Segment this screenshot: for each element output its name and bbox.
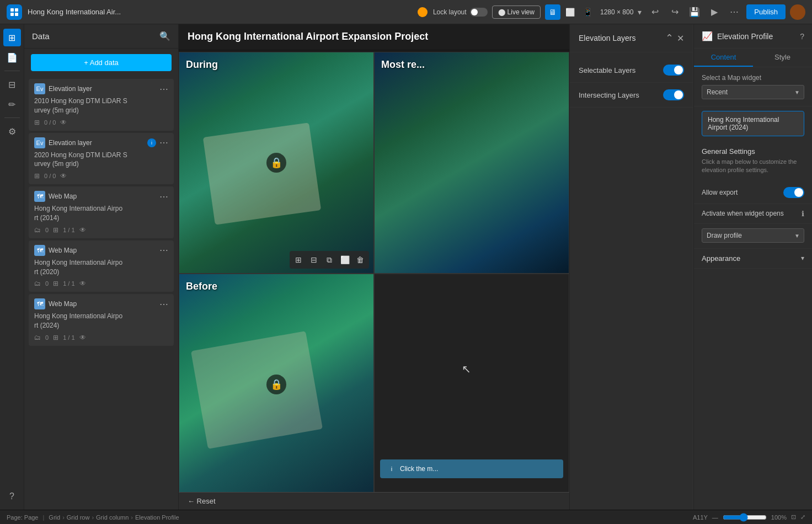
breadcrumb-grid-row[interactable]: Grid row — [67, 514, 90, 521]
map-icon: 🗺 — [34, 191, 45, 202]
allow-export-toggle[interactable] — [783, 187, 804, 198]
live-view-button[interactable]: ⬤ Live view — [492, 6, 541, 19]
lock-layout-toggle[interactable] — [470, 8, 488, 17]
item-name: Hong Kong International Airport (2024) — [34, 312, 168, 330]
close-panel-button[interactable]: ✕ — [677, 33, 684, 44]
activate-dropdown-row: Draw profile — [694, 224, 812, 249]
more-options-button[interactable]: ⋯ — [726, 4, 742, 20]
item-meta: 🗂 0 ⊞ 1 / 1 👁 — [34, 334, 168, 341]
save-button[interactable]: 💾 — [687, 4, 702, 20]
cursor-icon: ↖ — [462, 362, 471, 376]
map-lock-icon: 🔒 — [266, 153, 286, 173]
sidebar-item: Ev Elevation layer i ⋯ 2020 Hong Kong DT… — [29, 133, 174, 185]
breadcrumb-arrow: › — [92, 514, 94, 521]
tab-style[interactable]: Style — [753, 49, 812, 67]
item-count: 1 / 1 — [63, 227, 74, 233]
item-count: 1 / 1 — [63, 334, 74, 341]
publish-button[interactable]: Publish — [746, 4, 786, 19]
bottombar-right: A11Y — 100% ⊡ ⤢ — [693, 513, 805, 522]
item-more-button[interactable]: ⋯ — [159, 137, 168, 148]
map-cell-mostrecent[interactable]: Most re... — [374, 52, 569, 274]
layers-icon: 🗂 — [34, 226, 41, 234]
elevation-icon: Ev — [34, 137, 45, 148]
sidebar-item: 🗺 Web Map ⋯ Hong Kong International Airp… — [29, 240, 174, 292]
appearance-section-header[interactable]: Appearance ▾ — [694, 249, 812, 269]
item-header: 🗺 Web Map ⋯ — [34, 191, 168, 202]
breadcrumb-grid-column[interactable]: Grid column — [96, 514, 129, 521]
bottombar: Page: Page | Grid › Grid row › Grid colu… — [0, 510, 812, 524]
item-more-button[interactable]: ⋯ — [159, 191, 168, 202]
home-toolbar-button[interactable]: ⊞ — [3, 29, 21, 46]
map-cell-blank[interactable]: i Click the m... ↖ — [374, 274, 569, 495]
intersecting-layers-toggle[interactable] — [663, 89, 684, 100]
fit-screen-icon[interactable]: ⊡ — [791, 514, 796, 521]
sidebar-item: Ev Elevation layer ⋯ 2010 Hong Kong DTM … — [29, 79, 174, 131]
item-more-button[interactable]: ⋯ — [159, 84, 168, 94]
page-toolbar-button[interactable]: 📄 — [3, 49, 21, 66]
view-icon: 👁 — [79, 226, 86, 234]
redo-button[interactable]: ↪ — [667, 4, 682, 20]
selectable-layers-toggle[interactable] — [663, 65, 684, 76]
map-card-title: Hong Kong International Airport (2024) — [708, 116, 798, 131]
item-name: Hong Kong International Airport (2020) — [34, 258, 168, 277]
help-icon[interactable]: ? — [800, 32, 804, 41]
item-more-button[interactable]: ⋯ — [159, 299, 168, 309]
map-widget-select[interactable]: Recent — [702, 85, 804, 99]
undo-button[interactable]: ↩ — [647, 4, 663, 20]
topbar: Hong Kong International Air... Lock layo… — [0, 0, 812, 24]
elevation-profile-icon: 📈 — [702, 31, 713, 41]
item-name: Hong Kong International Airport (2014) — [34, 204, 168, 223]
zoom-slider[interactable] — [723, 513, 767, 522]
data-toolbar-button[interactable]: ⊟ — [3, 76, 21, 93]
sidebar-items-list: Ev Elevation layer ⋯ 2010 Hong Kong DTM … — [24, 77, 178, 510]
help-toolbar-button[interactable]: ? — [3, 488, 21, 505]
edit-toolbar-button[interactable]: ✏ — [3, 95, 21, 113]
reset-bar: ← Reset — [179, 492, 569, 510]
layers-icon: 🗂 — [34, 334, 41, 341]
user-avatar[interactable] — [790, 4, 805, 20]
delete-button[interactable]: 🗑 — [354, 253, 367, 266]
right-panel-title: Elevation Profile — [717, 32, 795, 41]
app-logo[interactable] — [7, 4, 22, 20]
fullscreen-icon[interactable]: ⤢ — [800, 514, 805, 521]
item-layers: 0 — [45, 334, 49, 341]
selectable-layers-label: Selectable Layers — [579, 66, 635, 74]
allow-export-row: Allow export — [694, 181, 812, 204]
map-icon: 🗺 — [34, 245, 45, 256]
activate-select[interactable]: Draw profile — [702, 228, 804, 243]
copy-button[interactable]: ⧉ — [323, 253, 336, 266]
accessibility-label: A11Y — [693, 514, 708, 521]
desktop-device-button[interactable]: 🖥 — [545, 4, 560, 20]
map-card[interactable]: Hong Kong International Airport (2024) — [702, 111, 804, 136]
tablet-device-button[interactable]: ⬜ — [563, 4, 578, 20]
general-settings-desc: Click a map below to customize the eleva… — [702, 158, 804, 175]
page-label: Page: Page — [7, 514, 39, 521]
split-view-button[interactable]: ⊟ — [307, 253, 320, 266]
item-header: 🗺 Web Map ⋯ — [34, 245, 168, 256]
map-cell-during[interactable]: During 🔒 ⊞ ⊟ ⧉ ⬜ 🗑 — [179, 52, 374, 274]
breadcrumb-grid[interactable]: Grid — [49, 514, 60, 521]
grid-icon: ⊞ — [53, 280, 58, 287]
svg-rect-2 — [10, 13, 14, 16]
toolbar-separator-2 — [4, 117, 20, 118]
settings-toolbar-button[interactable]: ⚙ — [3, 122, 21, 140]
reset-label[interactable]: ← Reset — [188, 497, 216, 505]
breadcrumb-elevation-profile[interactable]: Elevation Profile — [135, 514, 179, 521]
accessibility-separator: — — [712, 514, 718, 521]
collapse-chevron-icon[interactable]: ⌃ — [665, 32, 674, 44]
grid-view-button[interactable]: ⊞ — [292, 253, 305, 266]
sidebar-item: 🗺 Web Map ⋯ Hong Kong International Airp… — [29, 294, 174, 346]
item-header: 🗺 Web Map ⋯ — [34, 298, 168, 309]
appearance-label: Appearance — [702, 254, 740, 263]
add-data-button[interactable]: + Add data — [31, 54, 172, 71]
expand-button[interactable]: ⬜ — [338, 253, 351, 266]
tab-content[interactable]: Content — [694, 49, 753, 67]
item-more-button[interactable]: ⋯ — [159, 245, 168, 255]
elevation-profile-panel: 📈 Elevation Profile ? Content Style Sele… — [693, 24, 812, 510]
preview-button[interactable]: ▶ — [707, 4, 722, 20]
mobile-device-button[interactable]: 📱 — [580, 4, 596, 20]
svg-rect-1 — [15, 8, 18, 12]
activate-info-icon: ℹ — [802, 210, 804, 218]
search-icon[interactable]: 🔍 — [159, 31, 170, 41]
map-cell-before[interactable]: Before 🔒 — [179, 274, 374, 495]
